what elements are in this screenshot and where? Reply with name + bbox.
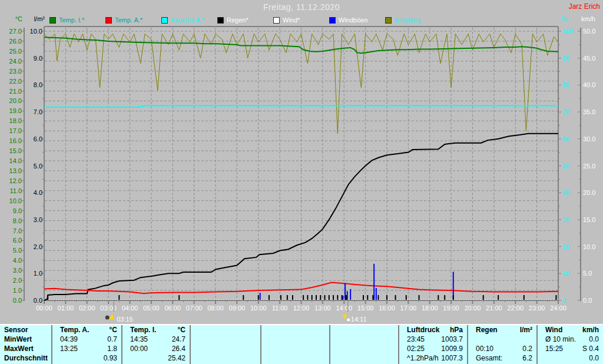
y-tick-label-humidity: 90 — [562, 55, 569, 62]
stat-row-label: Sensor — [0, 325, 28, 335]
stat-group-header: Temp. A. — [52, 325, 89, 335]
y-tick-label-celsius: 25.0 — [9, 48, 22, 55]
stat-time-cell — [191, 353, 198, 363]
x-tick-label: 15:00 — [357, 305, 374, 312]
y-tick-label-wind: 5.0 — [583, 270, 592, 277]
x-tick-label: 23:00 — [529, 305, 545, 312]
stat-group-unit: °C — [110, 325, 121, 335]
rise-arrow-icon — [110, 314, 114, 319]
y-axis-wind: 0.05.010.015.020.025.030.035.040.045.050… — [578, 28, 595, 304]
stats-col-regen: Regenl/m²00:100.2Gesamt:6.2 — [467, 325, 536, 364]
stat-group-unit — [256, 325, 260, 335]
stat-group-unit: l/m² — [520, 325, 536, 335]
x-tick-label: 04:00 — [122, 305, 138, 312]
x-tick-label: 13:00 — [314, 305, 331, 312]
x-tick-label: 17:00 — [400, 305, 417, 312]
stat-value-cell: 1009.9 — [441, 344, 467, 353]
y-tick-label-celsius: 12.0 — [9, 177, 22, 184]
y-tick-label-celsius: 14.0 — [9, 157, 22, 164]
y-tick-label-humidity: 30 — [562, 216, 569, 223]
stats-col-wind: Windkm/hØ 10 min.0.015:25S 0.40.0 — [536, 325, 603, 364]
stat-time-cell — [52, 353, 60, 363]
x-tick-label: 03:00 — [100, 305, 117, 312]
stat-time-cell — [261, 344, 269, 353]
y-axis-humidity: 0102030405060708090100 — [558, 28, 573, 304]
y-tick-label-celsius: 13.0 — [9, 167, 22, 174]
moon-icon — [105, 316, 110, 320]
stat-time-cell — [191, 335, 198, 344]
y-tick-label-rain: 3.0 — [34, 216, 42, 223]
y-tick-label-celsius: 8.0 — [13, 217, 22, 224]
y-tick-label-wind: 20.0 — [583, 189, 595, 196]
y-tick-label-celsius: 5.0 — [13, 247, 22, 254]
y-tick-label-celsius: 17.0 — [9, 127, 22, 134]
stat-value-cell: 24.7 — [172, 335, 190, 344]
stat-time-cell — [468, 335, 476, 344]
y-tick-label-wind: 40.0 — [583, 81, 595, 88]
y-tick-label-celsius: 16.0 — [9, 137, 22, 144]
x-tick-label: 19:00 — [443, 305, 459, 312]
y-tick-label-humidity: 0 — [562, 297, 566, 304]
x-tick-label: 11:00 — [272, 305, 288, 312]
x-tick-label: 22:00 — [507, 305, 524, 312]
series-windböen — [260, 264, 453, 300]
y-tick-label-wind: 50.0 — [583, 28, 595, 35]
stats-col-empty-2 — [260, 325, 329, 364]
stat-value-cell: 0.0 — [589, 335, 603, 344]
stat-group-unit — [394, 325, 398, 335]
chart-plot: 0.01.02.03.04.05.06.07.08.09.010.011.012… — [0, 0, 603, 323]
rain-rate-ticks — [48, 295, 556, 300]
y-tick-label-celsius: 18.0 — [9, 117, 22, 124]
y-tick-label-humidity: 60 — [562, 135, 569, 143]
x-tick-label: 02:00 — [79, 305, 95, 312]
stat-row-label: Durchschnitt — [0, 353, 48, 363]
stat-time-cell: 00:10 — [468, 344, 493, 353]
y-tick-label-celsius: 4.0 — [13, 257, 22, 264]
y-tick-label-celsius: 9.0 — [13, 207, 22, 214]
stat-time-cell — [538, 353, 545, 363]
stat-group-unit — [325, 325, 329, 335]
y-tick-label-celsius: 6.0 — [13, 237, 22, 244]
y-tick-label-celsius: 11.0 — [9, 187, 22, 194]
moon-marker-time: 03:15 — [117, 316, 133, 323]
stat-time-cell — [330, 353, 338, 363]
y-tick-label-celsius: 15.0 — [9, 147, 22, 154]
stat-value-cell: 1007.3 — [441, 353, 467, 363]
y-tick-label-celsius: 0.0 — [13, 297, 22, 304]
x-tick-label: 10:00 — [250, 305, 267, 312]
y-tick-label-humidity: 20 — [562, 243, 569, 250]
stats-col-empty-3 — [329, 325, 398, 364]
y-tick-label-celsius: 26.0 — [9, 38, 22, 45]
stat-time-cell: 15:25 — [538, 344, 563, 353]
stat-time-cell: 00:00 — [122, 344, 148, 353]
y-tick-label-wind: 10.0 — [583, 243, 595, 250]
stat-time-cell — [191, 344, 198, 353]
y-tick-label-humidity: 50 — [562, 163, 569, 170]
stat-value-cell — [256, 344, 260, 353]
y-tick-label-wind: 15.0 — [583, 216, 595, 223]
stat-value-cell: 1003.7 — [441, 335, 467, 344]
stat-group-header: Luftdruck — [399, 325, 439, 335]
y-tick-label-celsius: 1.0 — [13, 287, 22, 294]
stat-value-cell: 0.93 — [104, 353, 121, 363]
y-tick-label-wind: 35.0 — [583, 108, 595, 115]
y-tick-label-wind: 45.0 — [583, 55, 595, 62]
stats-col-row-labels: SensorMinWertMaxWertDurchschnitt — [0, 325, 51, 364]
stat-group-header: Wind — [538, 325, 562, 335]
stat-row-label: MinWert — [0, 335, 32, 344]
y-tick-label-humidity: 10 — [562, 270, 569, 277]
y-axis-rain: 0.01.02.03.04.05.06.07.08.09.010.0 — [30, 28, 44, 304]
stat-group-unit: hPa — [450, 325, 467, 335]
moon-marker-time: 14:11 — [351, 316, 367, 323]
y-tick-label-celsius: 20.0 — [9, 97, 22, 104]
y-tick-label-humidity: 100 — [562, 28, 573, 35]
stat-value-cell: 0.0 — [589, 353, 603, 363]
x-tick-label: 01:00 — [58, 305, 74, 312]
y-tick-label-rain: 1.0 — [34, 270, 42, 277]
stat-group-unit: km/h — [582, 325, 603, 335]
stat-time-cell: 04:39 — [52, 335, 78, 344]
stat-group-header: Regen — [468, 325, 498, 335]
stat-value-cell: S 0.4 — [582, 344, 603, 353]
stat-time-cell: 02:25 — [399, 344, 425, 353]
stats-col-empty-1 — [190, 325, 260, 364]
